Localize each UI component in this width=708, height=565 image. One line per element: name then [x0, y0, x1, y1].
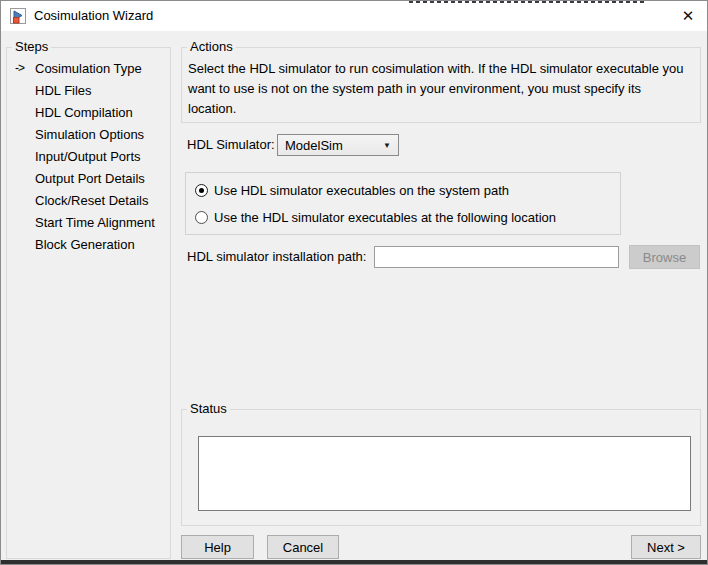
- installation-path-input[interactable]: [374, 246, 619, 268]
- current-step-marker-icon: ->: [15, 61, 35, 75]
- step-item-simulation-options: Simulation Options: [8, 123, 169, 145]
- cancel-button-label: Cancel: [283, 540, 323, 555]
- step-label: HDL Compilation: [35, 105, 133, 120]
- step-item-start-time-alignment: Start Time Alignment: [8, 211, 169, 233]
- cancel-button[interactable]: Cancel: [267, 535, 339, 559]
- steps-panel: Steps -> Cosimulation Type HDL Files HDL…: [6, 47, 171, 559]
- radio-option-label: Use the HDL simulator executables at the…: [214, 210, 556, 225]
- app-icon: [10, 8, 26, 24]
- hdl-simulator-label: HDL Simulator:: [187, 137, 275, 152]
- status-output: [198, 436, 691, 511]
- simulator-location-options: Use HDL simulator executables on the sys…: [185, 172, 621, 235]
- screen-artifact: [409, 1, 647, 3]
- status-panel-label: Status: [187, 401, 230, 417]
- next-button[interactable]: Next >: [631, 535, 701, 559]
- help-button[interactable]: Help: [181, 535, 254, 559]
- hdl-simulator-dropdown[interactable]: ModelSim ▼: [277, 134, 399, 156]
- step-label: Block Generation: [35, 237, 135, 252]
- radio-icon[interactable]: [195, 211, 208, 224]
- help-button-label: Help: [204, 540, 231, 555]
- titlebar[interactable]: Cosimulation Wizard ✕: [1, 1, 707, 31]
- step-item-hdl-files: HDL Files: [8, 79, 169, 101]
- close-icon: ✕: [682, 7, 695, 25]
- radio-option-label: Use HDL simulator executables on the sys…: [214, 183, 509, 198]
- window-title: Cosimulation Wizard: [34, 1, 153, 31]
- step-label: Start Time Alignment: [35, 215, 155, 230]
- step-label: Input/Output Ports: [35, 149, 141, 164]
- hdl-simulator-selected-value: ModelSim: [285, 138, 383, 153]
- steps-panel-label: Steps: [12, 39, 51, 55]
- close-button[interactable]: ✕: [671, 2, 705, 30]
- step-item-input-output-ports: Input/Output Ports: [8, 145, 169, 167]
- dropdown-arrow-icon: ▼: [383, 141, 391, 150]
- step-label: Cosimulation Type: [35, 61, 142, 76]
- browse-button-label: Browse: [643, 250, 686, 265]
- actions-panel: Actions Select the HDL simulator to run …: [181, 47, 701, 123]
- step-label: Output Port Details: [35, 171, 145, 186]
- cosimulation-wizard-window: Cosimulation Wizard ✕ Steps -> Cosimulat…: [0, 0, 708, 565]
- next-button-label: Next >: [647, 540, 685, 555]
- browse-button[interactable]: Browse: [629, 245, 700, 269]
- window-bottom-edge: [1, 560, 707, 564]
- step-label: Simulation Options: [35, 127, 144, 142]
- step-item-block-generation: Block Generation: [8, 233, 169, 255]
- actions-panel-label: Actions: [187, 39, 236, 55]
- step-item-output-port-details: Output Port Details: [8, 167, 169, 189]
- status-panel: Status: [181, 409, 701, 526]
- step-label: Clock/Reset Details: [35, 193, 148, 208]
- step-label: HDL Files: [35, 83, 92, 98]
- radio-icon[interactable]: [195, 184, 208, 197]
- radio-option-system-path[interactable]: Use HDL simulator executables on the sys…: [195, 180, 509, 200]
- step-item-clock-reset-details: Clock/Reset Details: [8, 189, 169, 211]
- actions-description: Select the HDL simulator to run cosimula…: [188, 59, 691, 119]
- steps-list: -> Cosimulation Type HDL Files HDL Compi…: [8, 57, 169, 255]
- step-item-hdl-compilation: HDL Compilation: [8, 101, 169, 123]
- step-item-cosimulation-type: -> Cosimulation Type: [8, 57, 169, 79]
- installation-path-label: HDL simulator installation path:: [187, 249, 366, 264]
- radio-option-custom-location[interactable]: Use the HDL simulator executables at the…: [195, 207, 556, 227]
